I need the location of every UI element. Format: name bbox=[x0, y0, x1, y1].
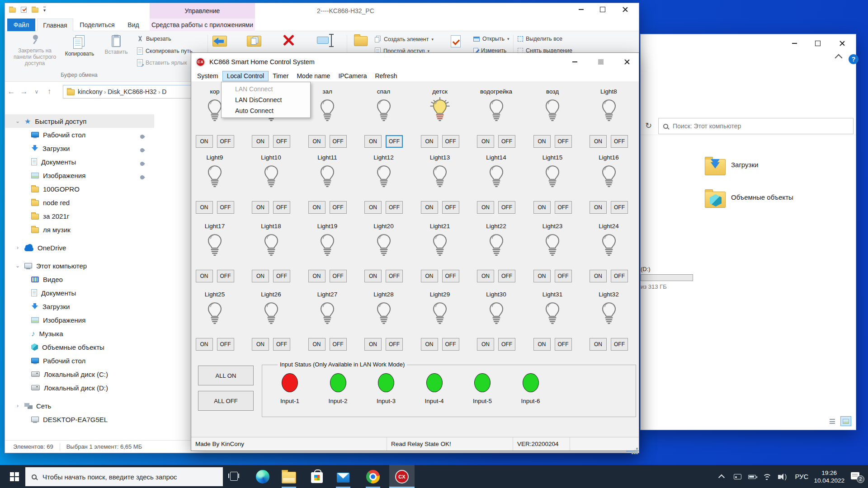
folder-tile-downloads[interactable]: Загрузки bbox=[705, 159, 758, 175]
close-button[interactable] bbox=[617, 56, 637, 68]
sidebar-item[interactable]: ⌄Быстрый доступ bbox=[5, 114, 154, 128]
copy-path-button[interactable]: Скопировать путь bbox=[137, 47, 192, 55]
minimize-button[interactable] bbox=[784, 37, 804, 50]
menu-local-control[interactable]: Local Control bbox=[222, 71, 269, 81]
off-button[interactable]: OFF bbox=[330, 338, 347, 351]
on-button[interactable]: ON bbox=[252, 338, 269, 351]
on-button[interactable]: ON bbox=[590, 270, 607, 282]
on-button[interactable]: ON bbox=[533, 338, 551, 351]
off-button[interactable]: OFF bbox=[555, 270, 572, 282]
taskbar-search-input[interactable]: Чтобы начать поиск, введите здесь запрос bbox=[25, 467, 223, 486]
on-button[interactable]: ON bbox=[196, 338, 213, 351]
help-icon[interactable]: ? bbox=[849, 54, 859, 64]
sidebar-item[interactable]: Локальный диск (C:) bbox=[5, 367, 154, 381]
off-button[interactable]: OFF bbox=[611, 135, 628, 148]
off-button[interactable]: OFF bbox=[498, 338, 515, 351]
off-button[interactable]: OFF bbox=[498, 270, 515, 282]
maximize-button[interactable] bbox=[591, 56, 611, 68]
expander-icon[interactable]: ⌄ bbox=[15, 263, 20, 269]
off-button[interactable]: OFF bbox=[555, 201, 572, 214]
notification-center-icon[interactable]: 2 bbox=[851, 471, 863, 482]
menu-item-auto-connect[interactable]: Auto Connect bbox=[222, 105, 310, 116]
sidebar-item[interactable]: ля музик bbox=[5, 223, 154, 236]
off-button[interactable]: OFF bbox=[386, 201, 403, 214]
breadcrumb-segment[interactable]: D bbox=[162, 88, 166, 95]
properties-button[interactable] bbox=[444, 34, 467, 47]
sidebar-item[interactable]: ⌄Этот компьютер bbox=[5, 259, 154, 272]
minimize-button[interactable] bbox=[565, 56, 585, 68]
on-button[interactable]: ON bbox=[308, 201, 326, 214]
maximize-button[interactable] bbox=[808, 37, 828, 50]
off-button[interactable]: OFF bbox=[442, 201, 459, 214]
new-folder-button[interactable] bbox=[350, 34, 371, 46]
on-button[interactable]: ON bbox=[590, 135, 607, 148]
on-button[interactable]: ON bbox=[533, 201, 551, 214]
on-button[interactable]: ON bbox=[252, 135, 269, 148]
tab-home[interactable]: Главная bbox=[37, 19, 73, 31]
new-item-button[interactable]: Создать элемент▾ bbox=[375, 36, 434, 42]
all-on-button[interactable]: ALL ON bbox=[198, 366, 254, 385]
on-button[interactable]: ON bbox=[196, 270, 213, 282]
off-button[interactable]: OFF bbox=[555, 135, 572, 148]
paste-button[interactable]: Вставить bbox=[100, 34, 132, 55]
maximize-button[interactable] bbox=[593, 3, 613, 16]
close-button[interactable] bbox=[615, 3, 635, 16]
off-button[interactable]: OFF bbox=[330, 270, 347, 282]
language-indicator[interactable]: РУС bbox=[795, 473, 808, 480]
off-button[interactable]: OFF bbox=[217, 270, 234, 282]
taskbar-app-explorer[interactable] bbox=[276, 465, 302, 488]
folder-tile-3d-objects[interactable]: Объемные объекты bbox=[705, 192, 793, 208]
off-button[interactable]: OFF bbox=[386, 135, 403, 148]
sidebar-item[interactable]: Объемные объекты bbox=[5, 340, 154, 354]
on-button[interactable]: ON bbox=[477, 338, 494, 351]
off-button[interactable]: OFF bbox=[611, 201, 628, 214]
off-button[interactable]: OFF bbox=[442, 270, 459, 282]
sidebar-item[interactable]: Загрузки bbox=[5, 300, 154, 313]
sidebar-item[interactable]: Рабочий стол bbox=[5, 354, 154, 367]
on-button[interactable]: ON bbox=[421, 135, 438, 148]
sidebar-item[interactable]: Документы bbox=[5, 286, 154, 300]
close-button[interactable] bbox=[832, 37, 852, 50]
qat-customize-icon[interactable]: ▾ bbox=[43, 7, 46, 13]
off-button[interactable]: OFF bbox=[217, 201, 234, 214]
copy-button[interactable]: Копировать bbox=[60, 34, 99, 57]
on-button[interactable]: ON bbox=[533, 135, 551, 148]
taskbar-app-edge[interactable] bbox=[250, 465, 275, 488]
all-off-button[interactable]: ALL OFF bbox=[198, 391, 254, 411]
wifi-icon[interactable] bbox=[763, 472, 773, 481]
folder-icon[interactable] bbox=[32, 8, 38, 13]
search-input[interactable]: Поиск: Этот компьютер bbox=[658, 118, 854, 134]
sidebar-item[interactable]: Документы bbox=[5, 155, 154, 169]
on-button[interactable]: ON bbox=[477, 201, 494, 214]
cut-button[interactable]: Вырезать bbox=[137, 36, 171, 42]
menu-timer[interactable]: Timer bbox=[269, 71, 292, 81]
on-button[interactable]: ON bbox=[364, 270, 382, 282]
breadcrumb-segment[interactable]: Disk_KC868-H32 bbox=[108, 88, 156, 95]
off-button[interactable]: OFF bbox=[611, 270, 628, 282]
tab-share[interactable]: Поделиться bbox=[78, 19, 117, 31]
sidebar-item[interactable]: Изображения bbox=[5, 313, 154, 327]
off-button[interactable]: OFF bbox=[386, 338, 403, 351]
sidebar-item[interactable]: Изображения bbox=[5, 169, 154, 182]
details-view-button[interactable] bbox=[827, 416, 838, 426]
off-button[interactable]: OFF bbox=[330, 201, 347, 214]
off-button[interactable]: OFF bbox=[273, 135, 290, 148]
folder-icon[interactable] bbox=[9, 8, 15, 13]
sidebar-item[interactable]: Локальный диск (D:) bbox=[5, 381, 154, 394]
tab-app-tools[interactable]: Средства работы с приложениями bbox=[150, 19, 255, 31]
on-button[interactable]: ON bbox=[196, 201, 213, 214]
taskbar-app-chrome[interactable] bbox=[360, 465, 386, 488]
rename-button[interactable] bbox=[311, 34, 334, 44]
copy-to-button[interactable] bbox=[244, 34, 264, 47]
on-button[interactable]: ON bbox=[364, 201, 382, 214]
forward-icon[interactable]: → bbox=[18, 87, 30, 96]
on-button[interactable]: ON bbox=[364, 135, 382, 148]
taskbar-app-store[interactable] bbox=[304, 465, 330, 488]
on-button[interactable]: ON bbox=[196, 135, 213, 148]
menu-system[interactable]: System bbox=[193, 71, 222, 81]
on-button[interactable]: ON bbox=[364, 338, 382, 351]
off-button[interactable]: OFF bbox=[273, 201, 290, 214]
resize-grip[interactable] bbox=[636, 448, 638, 450]
breadcrumb-segment[interactable]: kinckony bbox=[78, 88, 102, 95]
chevron-up-icon[interactable] bbox=[719, 472, 729, 481]
